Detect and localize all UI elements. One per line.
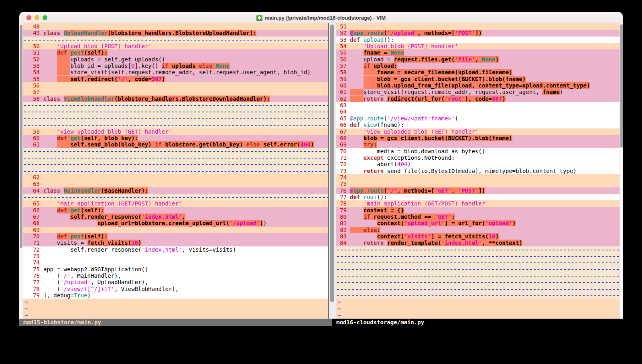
code-row[interactable]: 52 uploads = self.get_uploads() bbox=[23, 56, 328, 63]
code-row[interactable]: 57 bbox=[23, 89, 328, 95]
code-row[interactable]: 71 except exceptions.NotFound: bbox=[336, 155, 620, 161]
code-row[interactable]: 74 bbox=[336, 174, 620, 181]
diff-filler-row[interactable]: ----------------------------------------… bbox=[23, 102, 328, 108]
diff-filler-row[interactable]: ----------------------------------------… bbox=[23, 168, 328, 174]
code-row[interactable]: 60 blob.upload_from_file(upload, content… bbox=[336, 82, 620, 89]
left-scrollbar-thumb[interactable] bbox=[20, 25, 22, 248]
diff-filler-row[interactable]: ----------------------------------------… bbox=[23, 37, 328, 43]
right-scrollbar[interactable] bbox=[620, 23, 623, 319]
diff-filler-row[interactable]: ----------------------------------------… bbox=[336, 259, 620, 266]
diff-filler-row[interactable]: ----------------------------------------… bbox=[23, 155, 328, 161]
code-row[interactable]: 65@app.route('/view/<path:fname>') bbox=[336, 115, 620, 122]
empty-buffer-row[interactable]: ~ bbox=[336, 312, 620, 318]
code-row[interactable]: 70 media = blob.download_as_bytes() bbox=[336, 148, 620, 155]
code-row[interactable]: 79], debug=True) bbox=[23, 292, 328, 299]
code-row[interactable]: 69 bbox=[23, 227, 328, 233]
diff-filler-row[interactable]: ----------------------------------------… bbox=[336, 246, 620, 253]
code-row[interactable]: 60 def get(self, blob_key): bbox=[23, 135, 328, 141]
code-row[interactable]: 50 'Upload blob (POST) handler' bbox=[23, 43, 328, 49]
code-row[interactable]: 54 'Upload blob (POST) handler' bbox=[336, 43, 620, 49]
diff-filler-row[interactable]: ----------------------------------------… bbox=[23, 115, 328, 122]
diff-filler-row[interactable]: ----------------------------------------… bbox=[336, 286, 620, 292]
titlebar[interactable]: main.py (/private/tmp/mod16-cloudstorage… bbox=[19, 12, 623, 23]
code-row[interactable]: 64 bbox=[336, 108, 620, 115]
empty-buffer-row[interactable]: ~ bbox=[336, 305, 620, 312]
diff-filler-row[interactable]: ----------------------------------------… bbox=[336, 279, 620, 285]
code-row[interactable]: 58class ViewBlobHandler(blobstore_handle… bbox=[23, 96, 328, 102]
left-pane[interactable]: 4849class UploadHandler(blobstore_handle… bbox=[23, 23, 328, 319]
code-row[interactable]: 68 blob = gcs_client.bucket(BUCKET).blob… bbox=[336, 135, 620, 141]
code-row[interactable]: 67 self.render_response('index.html', bbox=[23, 214, 328, 220]
code-row[interactable]: 70 def post(self): bbox=[23, 233, 328, 240]
vertical-split-divider[interactable] bbox=[328, 23, 336, 319]
code-row[interactable]: 83 context['visits'] = fetch_visits(10) bbox=[336, 233, 620, 240]
code-row[interactable]: 71 visits = fetch_visits(10) bbox=[23, 240, 328, 246]
code-row[interactable]: 72 abort(404) bbox=[336, 161, 620, 167]
empty-buffer-row[interactable]: ~ bbox=[23, 305, 328, 312]
code-row[interactable]: 77 ('/upload', UploadHandler), bbox=[23, 279, 328, 285]
code-row[interactable]: 59 'view uploaded blob (GET) handler' bbox=[23, 128, 328, 135]
code-row[interactable]: 69 try: bbox=[336, 141, 620, 148]
diff-filler-row[interactable]: ----------------------------------------… bbox=[23, 194, 328, 200]
empty-buffer-row[interactable]: ~ bbox=[336, 299, 620, 305]
code-row[interactable]: 82 else: bbox=[336, 227, 620, 233]
code-row[interactable]: 51 bbox=[336, 23, 620, 30]
code-row[interactable]: 76 ('/', MainHandler), bbox=[23, 272, 328, 279]
code-row[interactable]: 62 bbox=[23, 174, 328, 181]
code-row[interactable]: 56 bbox=[23, 82, 328, 89]
code-row[interactable]: 54 store_visit(self.request.remote_addr,… bbox=[23, 69, 328, 75]
line-number: 58 bbox=[23, 96, 43, 102]
code-row[interactable]: 61 store_visit(request.remote_addr, requ… bbox=[336, 89, 620, 95]
code-row[interactable]: 63 bbox=[23, 181, 328, 187]
code-row[interactable]: 55 self.redirect('/', code=307) bbox=[23, 76, 328, 82]
code-row[interactable]: 56 upload = request.files.get('file', No… bbox=[336, 56, 620, 63]
code-row[interactable]: 78 'main application (GET/POST) handler' bbox=[336, 200, 620, 207]
code-row[interactable]: 81 context['upload_url'] = url_for('uplo… bbox=[336, 220, 620, 226]
code-row[interactable]: 59 blob = gcs_client.bucket(BUCKET).blob… bbox=[336, 76, 620, 82]
code-row[interactable]: 75app = webapp2.WSGIApplication([ bbox=[23, 266, 328, 272]
middle-scrollbar-thumb[interactable] bbox=[330, 24, 334, 302]
code-row[interactable]: 49class UploadHandler(blobstore_handlers… bbox=[23, 30, 328, 36]
code-row[interactable]: 66def view(fname): bbox=[336, 122, 620, 128]
code-row[interactable]: 61 self.send_blob(blob_key) if blobstore… bbox=[23, 141, 328, 148]
code-row[interactable]: 73 bbox=[23, 253, 328, 259]
diff-filler-row[interactable]: ----------------------------------------… bbox=[336, 266, 620, 272]
code-row[interactable]: 53def upload(): bbox=[336, 37, 620, 43]
right-scrollbar-thumb[interactable] bbox=[620, 24, 623, 148]
diff-filler-row[interactable]: ----------------------------------------… bbox=[23, 108, 328, 115]
diff-filler-row[interactable]: ----------------------------------------… bbox=[23, 161, 328, 167]
code-row[interactable]: 48 bbox=[23, 23, 328, 30]
code-row[interactable]: 67 'view uploaded blob (GET) handler' bbox=[336, 128, 620, 135]
diff-filler-row[interactable]: ----------------------------------------… bbox=[23, 148, 328, 155]
left-scrollbar[interactable] bbox=[19, 23, 23, 319]
code-row[interactable]: 64class MainHandler(BaseHandler): bbox=[23, 187, 328, 194]
right-pane[interactable]: 5152@app.route('/upload', methods=['POST… bbox=[336, 23, 620, 319]
empty-buffer-row[interactable]: ~ bbox=[23, 312, 328, 318]
diff-filler-row[interactable]: ----------------------------------------… bbox=[23, 122, 328, 128]
code-row[interactable]: 84 return render_template('index.html', … bbox=[336, 240, 620, 246]
code-row[interactable]: 76@app.route('/', methods=['GET', 'POST'… bbox=[336, 187, 620, 194]
diff-filler-row[interactable]: ----------------------------------------… bbox=[336, 292, 620, 299]
code-row[interactable]: 51 def post(self): bbox=[23, 49, 328, 56]
code-row[interactable]: 62 return redirect(url_for('root'), code… bbox=[336, 96, 620, 102]
code-row[interactable]: 77def root(): bbox=[336, 194, 620, 200]
code-row[interactable]: 68 upload_url=blobstore.create_upload_ur… bbox=[23, 220, 328, 226]
code-row[interactable]: 75 bbox=[336, 181, 620, 187]
code-row[interactable]: 66 def get(self): bbox=[23, 207, 328, 214]
code-row[interactable]: 78 ('/view/([^/]+)?', ViewBlobHandler), bbox=[23, 286, 328, 292]
code-row[interactable]: 80 if request.method == 'GET': bbox=[336, 214, 620, 220]
code-row[interactable]: 74 bbox=[23, 259, 328, 266]
code-row[interactable]: 58 fname = secure_filename(upload.filena… bbox=[336, 69, 620, 75]
code-row[interactable]: 72 self.render_response('index.html', vi… bbox=[23, 246, 328, 253]
code-row[interactable]: 53 blob_id = uploads[0].key() if uploads… bbox=[23, 63, 328, 69]
code-row[interactable]: 63 bbox=[336, 102, 620, 108]
code-row[interactable]: 73 return send_file(io.BytesIO(media), m… bbox=[336, 168, 620, 174]
code-row[interactable]: 57 if upload: bbox=[336, 63, 620, 69]
code-row[interactable]: 79 context = {} bbox=[336, 207, 620, 214]
empty-buffer-row[interactable]: ~ bbox=[23, 299, 328, 305]
code-row[interactable]: 55 fname = None bbox=[336, 49, 620, 56]
diff-filler-row[interactable]: ----------------------------------------… bbox=[336, 253, 620, 259]
code-row[interactable]: 65 'main application (GET/POST) handler' bbox=[23, 200, 328, 207]
code-row[interactable]: 52@app.route('/upload', methods=['POST']… bbox=[336, 30, 620, 36]
diff-filler-row[interactable]: ----------------------------------------… bbox=[336, 272, 620, 279]
